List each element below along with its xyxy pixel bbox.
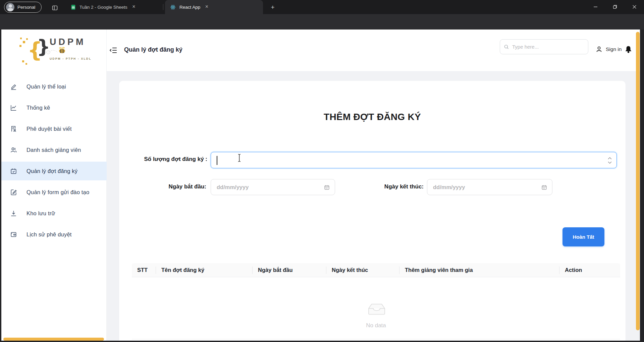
table-header: STT Tên đợt đăng ký Ngày bắt đầu Ngày kế… xyxy=(132,263,620,277)
document-review-icon xyxy=(10,125,17,133)
minimize-button[interactable] xyxy=(586,0,605,13)
mouse-ibeam-cursor xyxy=(237,154,242,164)
sidebar-item-quan-ly-the-loai[interactable]: Quản lý thể loại xyxy=(1,77,107,96)
restore-button[interactable] xyxy=(605,0,625,13)
vertical-scrollbar-thumb[interactable] xyxy=(636,32,640,330)
sidebar-collapse-icon[interactable] xyxy=(109,46,119,56)
chart-icon xyxy=(10,104,17,112)
number-spinner-icon[interactable] xyxy=(607,156,612,165)
quantity-field[interactable] xyxy=(216,154,599,167)
column-header-action: Action xyxy=(559,263,607,277)
horizontal-scrollbar-thumb[interactable] xyxy=(3,338,104,341)
quantity-label: Số lượng đợt đăng ký : xyxy=(119,156,207,163)
pencil-icon xyxy=(10,83,17,91)
tab-react-app[interactable]: React App × xyxy=(165,0,263,14)
sidebar-item-lich-su-phe-duyet[interactable]: Lịch sử phê duyệt xyxy=(1,225,107,244)
start-date-label: Ngày bắt đầu: xyxy=(119,183,206,190)
end-date-input[interactable] xyxy=(427,179,552,195)
calendar-check-icon xyxy=(10,167,17,175)
browser-window: Personal Tuần 2 - Google Sheets × React … xyxy=(0,0,644,342)
sign-in-button[interactable]: Sign in xyxy=(595,45,622,53)
notifications-bell-icon[interactable] xyxy=(624,45,633,55)
column-header-stt: STT xyxy=(132,263,156,277)
form-title: THÊM ĐỢT ĐĂNG KÝ xyxy=(119,112,626,122)
svg-text:UDPM: UDPM xyxy=(50,37,86,47)
column-header-ngay-ket-thuc: Ngày kết thúc xyxy=(326,263,399,277)
end-date-field[interactable] xyxy=(433,184,541,190)
empty-box-icon xyxy=(366,302,387,317)
react-icon xyxy=(170,4,176,10)
logo-subtitle-svg: UDPM - PTPH - XLDL xyxy=(50,57,91,60)
profile-label: Personal xyxy=(17,5,35,10)
browser-tab-bar: Personal Tuần 2 - Google Sheets × React … xyxy=(0,0,644,14)
start-date-input[interactable] xyxy=(211,179,335,195)
content-area: THÊM ĐỢT ĐĂNG KÝ Số lượng đợt đăng ký : … xyxy=(107,71,640,341)
registration-form-card: THÊM ĐỢT ĐĂNG KÝ Số lượng đợt đăng ký : … xyxy=(119,81,626,341)
submit-button[interactable]: Hoàn Tất xyxy=(562,227,604,246)
profile-button[interactable]: Personal xyxy=(4,2,42,13)
sidebar-item-kho-luu-tru[interactable]: Kho lưu trữ xyxy=(1,204,107,223)
sidebar: { } UDPM UDPM - PTPH - XLDL Quản lý thể … xyxy=(1,30,107,341)
header-search[interactable] xyxy=(500,39,588,54)
edit-square-icon xyxy=(10,188,17,196)
tab-close-icon[interactable]: × xyxy=(131,4,137,10)
tab-close-icon[interactable]: × xyxy=(204,4,210,10)
column-header-them-giang-vien: Thêm giảng viên tham gia xyxy=(399,263,559,277)
app-logo: { } UDPM UDPM - PTPH - XLDL xyxy=(17,32,91,68)
page-title: Quản lý đợt đăng ký xyxy=(124,46,182,53)
sidebar-item-thong-ke[interactable]: Thống kê xyxy=(1,98,107,117)
download-icon xyxy=(10,210,17,217)
workspaces-icon[interactable] xyxy=(50,3,60,13)
end-date-label: Ngày kết thúc: xyxy=(354,183,424,190)
sidebar-item-quan-ly-form[interactable]: Quản lý form gửi đào tạo xyxy=(1,183,107,202)
app-viewport: { } UDPM UDPM - PTPH - XLDL Quản lý thể … xyxy=(1,30,640,341)
search-input[interactable] xyxy=(512,44,576,50)
close-window-button[interactable] xyxy=(625,0,644,13)
table-body-empty: No data xyxy=(132,277,620,339)
tab-title: Tuần 2 - Google Sheets xyxy=(79,5,127,10)
search-icon xyxy=(503,44,509,50)
sidebar-item-quan-ly-dot-dang-ky[interactable]: Quản lý đợt đăng ký xyxy=(1,162,107,180)
start-date-field[interactable] xyxy=(217,184,324,190)
google-sheets-icon xyxy=(70,4,76,10)
sidebar-item-phe-duyet-bai-viet[interactable]: Phê duyệt bài viết xyxy=(1,119,107,138)
tab-title: React App xyxy=(179,5,200,10)
new-tab-button[interactable]: + xyxy=(268,3,277,12)
calendar-icon[interactable] xyxy=(324,184,330,190)
user-icon xyxy=(595,45,603,53)
sidebar-item-danh-sach-giang-vien[interactable]: Danh sách giảng viên xyxy=(1,140,107,159)
profile-avatar xyxy=(6,3,14,11)
browser-toolbar: localhost:3000/censor/registration-perio… xyxy=(0,14,644,30)
quantity-input[interactable] xyxy=(211,152,617,168)
text-caret xyxy=(217,156,217,165)
column-header-ten-dot: Tên đợt đăng ký xyxy=(156,263,253,277)
people-icon xyxy=(10,146,17,154)
archive-wallet-icon xyxy=(10,231,17,238)
tab-google-sheets[interactable]: Tuần 2 - Google Sheets × xyxy=(66,0,162,14)
column-header-ngay-bat-dau: Ngày bắt đầu xyxy=(253,263,326,277)
app-header: Quản lý đợt đăng ký Sign in xyxy=(107,30,640,71)
calendar-icon[interactable] xyxy=(541,184,547,190)
empty-text: No data xyxy=(132,322,620,329)
